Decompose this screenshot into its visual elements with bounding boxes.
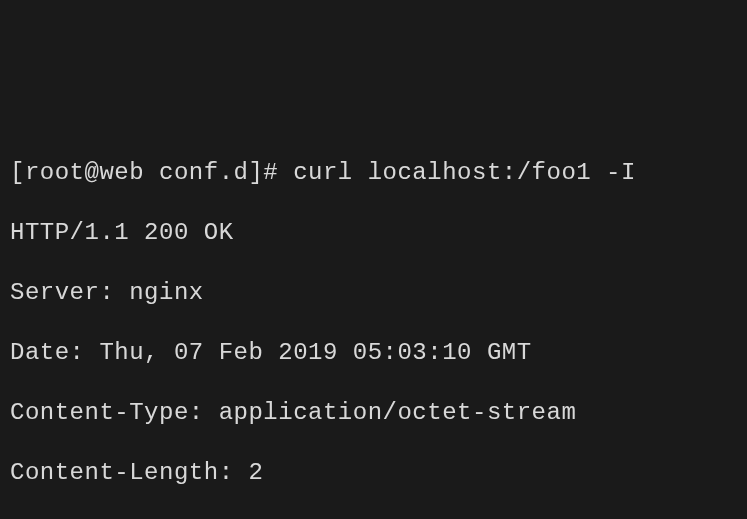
- terminal-output[interactable]: [root@web conf.d]# curl localhost:/foo1 …: [10, 128, 737, 519]
- date-header-1: Date: Thu, 07 Feb 2019 05:03:10 GMT: [10, 338, 737, 368]
- server-header-1: Server: nginx: [10, 278, 737, 308]
- content-type-header-1: Content-Type: application/octet-stream: [10, 398, 737, 428]
- http-status-1: HTTP/1.1 200 OK: [10, 218, 737, 248]
- content-length-header-1: Content-Length: 2: [10, 458, 737, 488]
- prompt-line-1: [root@web conf.d]# curl localhost:/foo1 …: [10, 158, 737, 188]
